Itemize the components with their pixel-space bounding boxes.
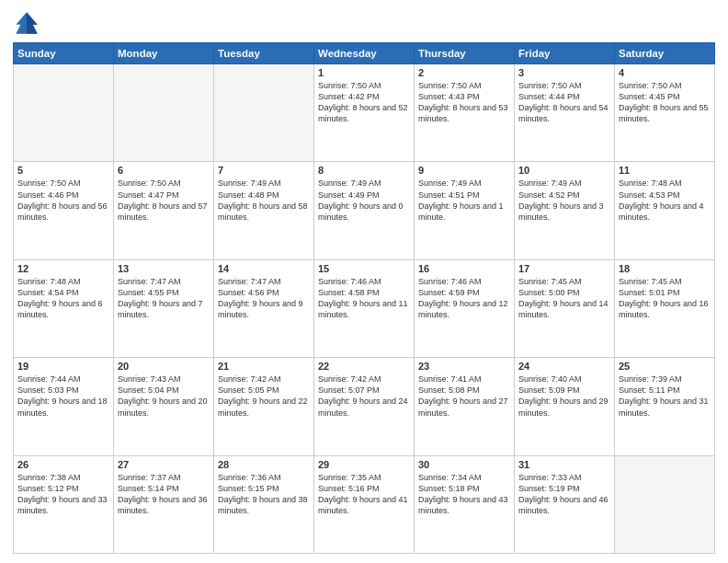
day-number: 25 (619, 361, 711, 372)
day-number: 5 (17, 165, 109, 176)
day-number: 12 (17, 263, 109, 274)
day-info: Sunrise: 7:50 AM Sunset: 4:44 PM Dayligh… (518, 80, 610, 125)
calendar-cell: 22Sunrise: 7:42 AM Sunset: 5:07 PM Dayli… (314, 358, 415, 455)
header (13, 9, 715, 37)
calendar-cell: 6Sunrise: 7:50 AM Sunset: 4:47 PM Daylig… (114, 162, 214, 259)
day-info: Sunrise: 7:45 AM Sunset: 5:01 PM Dayligh… (619, 276, 711, 321)
day-info: Sunrise: 7:50 AM Sunset: 4:43 PM Dayligh… (418, 80, 510, 125)
calendar-week-row: 12Sunrise: 7:48 AM Sunset: 4:54 PM Dayli… (14, 259, 715, 357)
calendar-cell: 21Sunrise: 7:42 AM Sunset: 5:05 PM Dayli… (214, 358, 314, 455)
day-number: 18 (619, 263, 711, 274)
calendar-header-row: SundayMondayTuesdayWednesdayThursdayFrid… (14, 43, 715, 64)
day-info: Sunrise: 7:42 AM Sunset: 5:07 PM Dayligh… (318, 373, 410, 419)
calendar-cell: 14Sunrise: 7:47 AM Sunset: 4:56 PM Dayli… (214, 259, 314, 357)
svg-marker-1 (27, 12, 38, 33)
day-info: Sunrise: 7:48 AM Sunset: 4:53 PM Dayligh… (619, 178, 711, 223)
calendar-cell: 5Sunrise: 7:50 AM Sunset: 4:46 PM Daylig… (14, 162, 114, 259)
day-info: Sunrise: 7:38 AM Sunset: 5:12 PM Dayligh… (17, 472, 109, 517)
day-info: Sunrise: 7:33 AM Sunset: 5:19 PM Dayligh… (518, 472, 610, 517)
calendar-cell (114, 64, 214, 162)
day-number: 4 (619, 67, 711, 78)
day-number: 14 (218, 263, 310, 274)
day-number: 8 (318, 165, 410, 176)
calendar-day-header: Friday (515, 43, 615, 64)
day-number: 29 (318, 459, 410, 470)
logo-icon (13, 9, 40, 37)
day-number: 15 (318, 263, 410, 274)
day-info: Sunrise: 7:46 AM Sunset: 4:59 PM Dayligh… (418, 276, 510, 321)
day-number: 3 (518, 67, 610, 78)
calendar-cell: 11Sunrise: 7:48 AM Sunset: 4:53 PM Dayli… (615, 162, 715, 259)
day-info: Sunrise: 7:36 AM Sunset: 5:15 PM Dayligh… (218, 472, 310, 517)
calendar-cell: 8Sunrise: 7:49 AM Sunset: 4:49 PM Daylig… (314, 162, 415, 259)
calendar-cell (615, 455, 715, 553)
day-number: 31 (518, 459, 610, 470)
day-number: 30 (418, 459, 510, 470)
calendar-week-row: 26Sunrise: 7:38 AM Sunset: 5:12 PM Dayli… (14, 455, 715, 553)
calendar-cell (214, 64, 314, 162)
calendar-day-header: Wednesday (314, 43, 415, 64)
day-number: 21 (218, 361, 310, 372)
calendar-cell: 26Sunrise: 7:38 AM Sunset: 5:12 PM Dayli… (14, 455, 114, 553)
day-number: 2 (418, 67, 510, 78)
calendar-cell (14, 64, 114, 162)
calendar-cell: 4Sunrise: 7:50 AM Sunset: 4:45 PM Daylig… (615, 64, 715, 162)
calendar-cell: 31Sunrise: 7:33 AM Sunset: 5:19 PM Dayli… (515, 455, 615, 553)
day-info: Sunrise: 7:46 AM Sunset: 4:58 PM Dayligh… (318, 276, 410, 321)
calendar-cell: 19Sunrise: 7:44 AM Sunset: 5:03 PM Dayli… (14, 358, 114, 455)
day-number: 26 (17, 459, 109, 470)
day-info: Sunrise: 7:44 AM Sunset: 5:03 PM Dayligh… (17, 373, 109, 419)
day-number: 19 (17, 361, 109, 372)
calendar-cell: 16Sunrise: 7:46 AM Sunset: 4:59 PM Dayli… (415, 259, 515, 357)
calendar-table: SundayMondayTuesdayWednesdayThursdayFrid… (13, 42, 715, 554)
calendar-cell: 18Sunrise: 7:45 AM Sunset: 5:01 PM Dayli… (615, 259, 715, 357)
day-number: 9 (418, 165, 510, 176)
day-number: 27 (118, 459, 210, 470)
calendar-day-header: Monday (114, 43, 214, 64)
day-info: Sunrise: 7:50 AM Sunset: 4:46 PM Dayligh… (17, 178, 109, 223)
day-info: Sunrise: 7:39 AM Sunset: 5:11 PM Dayligh… (619, 373, 711, 419)
day-info: Sunrise: 7:49 AM Sunset: 4:49 PM Dayligh… (318, 178, 410, 223)
day-number: 13 (118, 263, 210, 274)
day-number: 22 (318, 361, 410, 372)
day-number: 11 (619, 165, 711, 176)
day-number: 1 (318, 67, 410, 78)
calendar-cell: 24Sunrise: 7:40 AM Sunset: 5:09 PM Dayli… (515, 358, 615, 455)
calendar-cell: 1Sunrise: 7:50 AM Sunset: 4:42 PM Daylig… (314, 64, 415, 162)
logo (13, 9, 44, 37)
page: SundayMondayTuesdayWednesdayThursdayFrid… (0, 0, 728, 563)
day-number: 17 (518, 263, 610, 274)
day-number: 28 (218, 459, 310, 470)
day-number: 6 (118, 165, 210, 176)
calendar-day-header: Saturday (615, 43, 715, 64)
day-number: 16 (418, 263, 510, 274)
day-info: Sunrise: 7:49 AM Sunset: 4:48 PM Dayligh… (218, 178, 310, 223)
day-info: Sunrise: 7:42 AM Sunset: 5:05 PM Dayligh… (218, 373, 310, 419)
calendar-week-row: 19Sunrise: 7:44 AM Sunset: 5:03 PM Dayli… (14, 358, 715, 455)
day-info: Sunrise: 7:48 AM Sunset: 4:54 PM Dayligh… (17, 276, 109, 321)
calendar-cell: 20Sunrise: 7:43 AM Sunset: 5:04 PM Dayli… (114, 358, 214, 455)
calendar-week-row: 1Sunrise: 7:50 AM Sunset: 4:42 PM Daylig… (14, 64, 715, 162)
calendar-cell: 17Sunrise: 7:45 AM Sunset: 5:00 PM Dayli… (515, 259, 615, 357)
day-info: Sunrise: 7:50 AM Sunset: 4:45 PM Dayligh… (619, 80, 711, 125)
day-info: Sunrise: 7:45 AM Sunset: 5:00 PM Dayligh… (518, 276, 610, 321)
day-info: Sunrise: 7:34 AM Sunset: 5:18 PM Dayligh… (418, 472, 510, 517)
day-info: Sunrise: 7:40 AM Sunset: 5:09 PM Dayligh… (518, 373, 610, 419)
calendar-week-row: 5Sunrise: 7:50 AM Sunset: 4:46 PM Daylig… (14, 162, 715, 259)
calendar-cell: 29Sunrise: 7:35 AM Sunset: 5:16 PM Dayli… (314, 455, 415, 553)
day-info: Sunrise: 7:37 AM Sunset: 5:14 PM Dayligh… (118, 472, 210, 517)
calendar-cell: 28Sunrise: 7:36 AM Sunset: 5:15 PM Dayli… (214, 455, 314, 553)
day-info: Sunrise: 7:50 AM Sunset: 4:42 PM Dayligh… (318, 80, 410, 125)
day-number: 10 (518, 165, 610, 176)
day-number: 23 (418, 361, 510, 372)
day-info: Sunrise: 7:49 AM Sunset: 4:52 PM Dayligh… (518, 178, 610, 223)
calendar-cell: 23Sunrise: 7:41 AM Sunset: 5:08 PM Dayli… (415, 358, 515, 455)
calendar-cell: 13Sunrise: 7:47 AM Sunset: 4:55 PM Dayli… (114, 259, 214, 357)
calendar-cell: 7Sunrise: 7:49 AM Sunset: 4:48 PM Daylig… (214, 162, 314, 259)
day-info: Sunrise: 7:41 AM Sunset: 5:08 PM Dayligh… (418, 373, 510, 419)
day-info: Sunrise: 7:35 AM Sunset: 5:16 PM Dayligh… (318, 472, 410, 517)
day-number: 20 (118, 361, 210, 372)
calendar-day-header: Sunday (14, 43, 114, 64)
calendar-cell: 3Sunrise: 7:50 AM Sunset: 4:44 PM Daylig… (515, 64, 615, 162)
day-number: 7 (218, 165, 310, 176)
